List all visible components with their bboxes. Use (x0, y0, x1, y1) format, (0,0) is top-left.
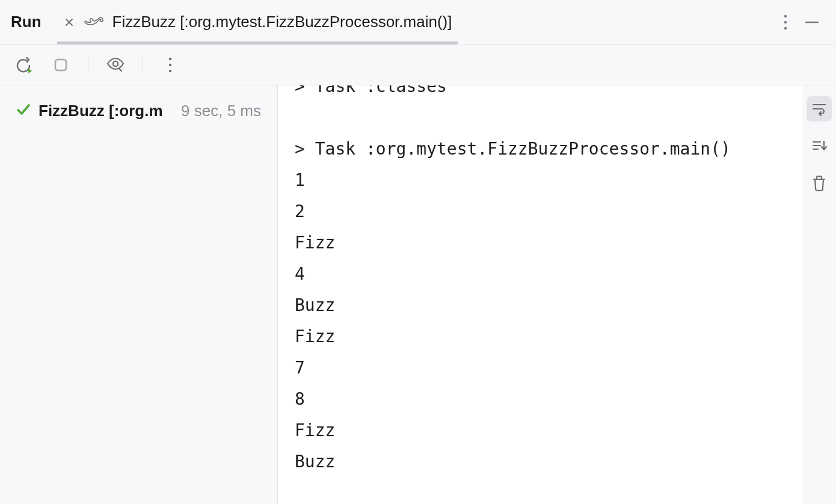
svg-point-8 (169, 69, 171, 72)
run-tree-panel: FizzBuzz [:org.m 9 sec, 5 ms (0, 85, 278, 504)
run-toolbar (0, 45, 836, 85)
separator (88, 55, 88, 75)
toolwindow-title: Run (11, 13, 41, 31)
svg-point-5 (113, 61, 118, 66)
console-gutter (802, 85, 836, 504)
run-config-tab-label: FizzBuzz [:org.mytest.FizzBuzzProcessor.… (112, 13, 452, 31)
console-output[interactable]: > Task :classes > Task :org.mytest.FizzB… (278, 85, 802, 490)
tree-node[interactable]: FizzBuzz [:org.m 9 sec, 5 ms (10, 97, 267, 124)
run-tab-bar: Run FizzBuzz [:org.mytest.FizzBuzzProces… (0, 0, 836, 45)
minimize-button[interactable] (799, 9, 825, 35)
svg-point-2 (784, 26, 787, 29)
svg-point-6 (169, 57, 171, 60)
svg-point-1 (784, 20, 787, 23)
separator (143, 55, 143, 75)
success-check-icon (16, 102, 31, 120)
run-config-tab[interactable]: FizzBuzz [:org.mytest.FizzBuzzProcessor.… (57, 1, 458, 44)
stop-button[interactable] (47, 51, 75, 79)
view-button[interactable] (102, 51, 129, 79)
more-actions-button[interactable] (156, 51, 184, 79)
kebab-menu-button[interactable] (772, 9, 799, 35)
console-panel[interactable]: > Task :classes > Task :org.mytest.FizzB… (278, 85, 802, 504)
svg-point-7 (169, 63, 171, 66)
rerun-button[interactable] (10, 51, 37, 79)
clear-button[interactable] (807, 171, 832, 196)
close-icon[interactable] (63, 16, 75, 28)
soft-wrap-button[interactable] (807, 96, 832, 121)
tree-node-duration: 9 sec, 5 ms (176, 102, 261, 120)
tree-node-label: FizzBuzz [:org.m (38, 102, 163, 120)
gradle-icon (84, 16, 104, 29)
scroll-to-end-button[interactable] (807, 134, 832, 159)
svg-rect-4 (55, 60, 66, 70)
svg-point-0 (784, 14, 787, 17)
